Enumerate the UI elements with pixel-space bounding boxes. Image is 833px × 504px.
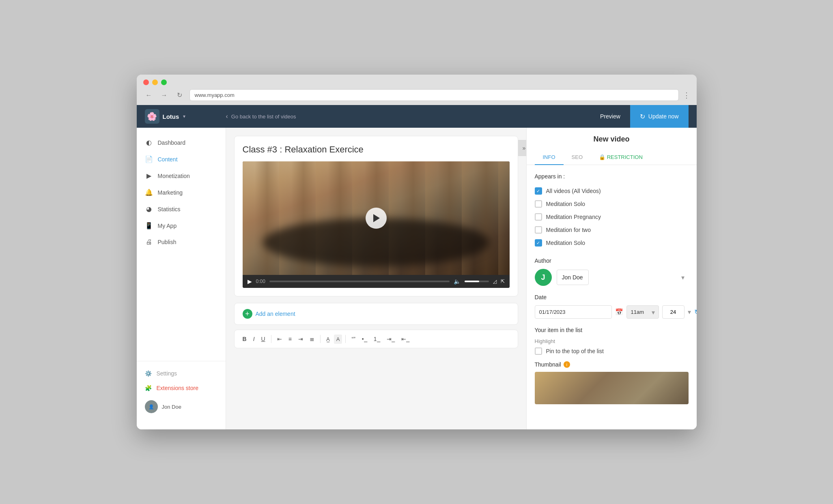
sidebar-item-settings[interactable]: ⚙️ Settings [137,366,226,381]
panel-body: Appears in : ✓ All videos (All Videos) M… [527,165,697,429]
author-section: Author J Jon Doe ▾ [535,257,689,286]
fullscreen-icon[interactable]: ◿ [493,279,497,284]
sidebar-footer: ⚙️ Settings 🧩 Extensions store 👤 Jon Doe [137,361,226,423]
myapp-icon: 📱 [145,222,153,229]
add-element-button[interactable]: + Add an element [234,303,518,325]
window-close[interactable] [143,79,149,85]
app-name: Lotus [163,113,179,120]
top-nav: 🌸 Lotus ▾ ‹ Go back to the list of video… [137,105,697,128]
indent-button[interactable]: ⇥⎯ [384,334,397,344]
sidebar-item-statistics[interactable]: ◕ Statistics [137,201,226,217]
align-left-button[interactable]: ⇤ [275,334,284,344]
calendar-icon[interactable]: 📅 [615,308,623,316]
underline-button[interactable]: U [259,334,268,344]
logo-icon: 🌸 [145,109,159,124]
preview-button[interactable]: Preview [590,109,630,124]
pin-label: Pin to the top of the list [546,348,604,354]
sidebar-item-content[interactable]: 📄 Content [137,151,226,167]
checkbox-all-videos[interactable]: ✓ [535,187,542,195]
user-profile[interactable]: 👤 Jon Doe [137,395,226,418]
address-bar[interactable]: www.myapp.com [189,89,679,101]
bg-color-button[interactable]: A [334,335,342,344]
minute-select-wrapper: ▾ [688,308,691,316]
monetization-icon: ▶ [145,172,153,180]
sidebar-item-publish[interactable]: 🖨 Publish [137,234,226,250]
list-item: Meditation for two [535,223,689,236]
appears-in-section: Appears in : ✓ All videos (All Videos) M… [535,173,689,249]
breadcrumb-chevron: ‹ [226,113,228,120]
date-row: 📅 11am ▾ ▾ ↻ [535,305,689,319]
statistics-icon: ◕ [145,205,153,213]
forward-button[interactable]: → [159,90,170,101]
tab-restriction[interactable]: 🔒 RESTRICTION [591,150,651,165]
sidebar-item-extensions[interactable]: 🧩 Extensions store [137,381,226,395]
marketing-icon: 🔔 [145,189,153,196]
breadcrumb: ‹ Go back to the list of videos [218,113,590,120]
date-input[interactable] [535,305,612,319]
tab-seo[interactable]: SEO [564,150,591,165]
checkbox-med-two[interactable] [535,226,542,234]
author-row: J Jon Doe ▾ [535,269,689,286]
panel-toggle-button[interactable]: » [518,140,526,156]
sidebar-item-myapp[interactable]: 📱 My App [137,217,226,234]
bold-button[interactable]: B [240,334,249,344]
video-player: ▶ 0:00 🔈 ◿ ⇱ [243,161,510,288]
your-item-label: Your item in the list [535,327,689,333]
sidebar-item-marketing[interactable]: 🔔 Marketing [137,184,226,201]
video-editor: Class #3 : Relaxation Exercice [234,136,518,296]
checkbox-med-preg[interactable] [535,213,542,221]
quote-button[interactable]: “” [349,334,357,344]
thumbnail-info-icon: i [564,361,570,368]
sidebar-item-monetization[interactable]: ▶ Monetization [137,167,226,184]
play-pause-button[interactable]: ▶ [248,278,252,285]
ol-button[interactable]: 1⎯ [371,334,383,344]
toolbar-separator-2 [320,335,321,343]
author-select-wrapper: Jon Doe ▾ [557,270,689,285]
date-section: Date 📅 11am ▾ [535,294,689,319]
select-arrow-icon: ▾ [681,274,684,281]
app-dropdown-icon[interactable]: ▾ [183,114,185,119]
time-select[interactable]: 11am [626,305,659,319]
panel-title: New video [535,135,689,144]
sidebar-item-dashboard[interactable]: ◐ Dashboard [137,134,226,151]
text-toolbar: B I U ⇤ ≡ ⇥ ≣ A̲ A “” •⎯ 1⎯ ⇥⎯ ⇤⎯ [234,330,518,348]
align-right-button[interactable]: ⇥ [296,334,306,344]
toolbar-separator-1 [271,335,271,343]
list-item: ✓ Meditation Solo [535,236,689,249]
reload-button[interactable]: ↻ [174,90,185,101]
video-title[interactable]: Class #3 : Relaxation Exercice [243,144,510,155]
italic-button[interactable]: I [251,334,257,344]
panel-header: New video [527,128,697,150]
thumbnail-preview[interactable] [535,372,689,404]
sidebar: ◐ Dashboard 📄 Content ▶ Monetization 🔔 M… [137,128,226,429]
checkbox-med-solo-2[interactable]: ✓ [535,239,542,247]
refresh-icon[interactable]: ↻ [694,308,697,316]
volume-bar[interactable] [465,281,489,282]
tab-info[interactable]: INFO [535,150,564,165]
back-to-list[interactable]: Go back to the list of videos [231,114,296,120]
text-color-button[interactable]: A̲ [324,335,332,344]
progress-bar[interactable] [269,281,450,282]
checkbox-med-solo-1[interactable] [535,200,542,208]
panel-tabs: INFO SEO 🔒 RESTRICTION [527,150,697,165]
outdent-button[interactable]: ⇤⎯ [399,334,412,344]
author-select[interactable]: Jon Doe [557,270,589,285]
list-item: Meditation Pregnancy [535,210,689,223]
window-maximize[interactable] [161,79,167,85]
window-minimize[interactable] [152,79,158,85]
author-label: Author [535,257,689,264]
expand-icon[interactable]: ⇱ [501,279,505,284]
lock-icon: 🔒 [599,154,605,160]
align-center-button[interactable]: ≡ [286,334,294,344]
justify-button[interactable]: ≣ [307,334,317,344]
ul-button[interactable]: •⎯ [359,334,370,344]
play-button[interactable] [366,208,387,229]
toolbar-separator-3 [345,335,346,343]
right-panel: New video INFO SEO 🔒 RESTRICTION Appears… [526,128,697,429]
highlight-sublabel: Highlight [535,338,689,344]
update-button[interactable]: ↻ Update now [630,105,689,128]
minute-arrow-icon: ▾ [688,309,691,315]
back-button[interactable]: ← [143,90,155,101]
minute-input[interactable] [662,305,684,319]
pin-checkbox[interactable] [535,347,542,355]
